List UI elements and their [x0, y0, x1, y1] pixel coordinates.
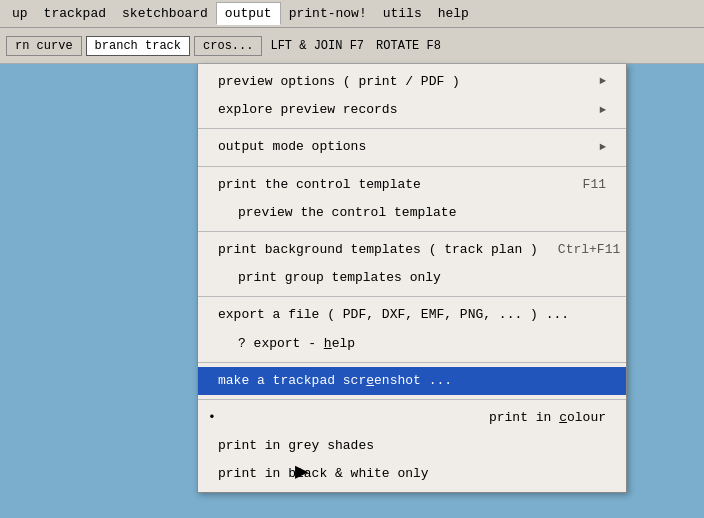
toolbar: rn curve branch track cros... LFT & JOIN…	[0, 28, 704, 64]
menu-print-black[interactable]: print in black & white only	[198, 460, 626, 488]
rotate-shortcut[interactable]: ROTATE F8	[376, 39, 441, 53]
menu-up[interactable]: up	[4, 3, 36, 24]
menubar: up trackpad sketchboard output print-now…	[0, 0, 704, 28]
shortcut-print-control: F11	[583, 176, 606, 194]
separator-1	[198, 128, 626, 129]
menu-output-mode[interactable]: output mode options ►	[198, 133, 626, 161]
menu-sketchboard[interactable]: sketchboard	[114, 3, 216, 24]
separator-3	[198, 231, 626, 232]
separator-4	[198, 296, 626, 297]
menu-preview-options[interactable]: preview options ( print / PDF ) ►	[198, 68, 626, 96]
submenu-arrow-preview: ►	[599, 74, 606, 89]
submenu-arrow-output-mode: ►	[599, 140, 606, 155]
menu-print-grey[interactable]: print in grey shades	[198, 432, 626, 460]
menu-print-now[interactable]: print-now!	[281, 3, 375, 24]
submenu-arrow-explore: ►	[599, 103, 606, 118]
menu-export-file[interactable]: export a file ( PDF, DXF, EMF, PNG, ... …	[198, 301, 626, 329]
separator-6	[198, 399, 626, 400]
separator-5	[198, 362, 626, 363]
menu-preview-control[interactable]: preview the control template	[198, 199, 626, 227]
menu-print-group[interactable]: print group templates only	[198, 264, 626, 292]
lift-join-shortcut[interactable]: LFT & JOIN F7	[270, 39, 364, 53]
menu-print-control[interactable]: print the control template F11	[198, 171, 626, 199]
menu-trackpad[interactable]: trackpad	[36, 3, 114, 24]
separator-2	[198, 166, 626, 167]
menu-explore-preview[interactable]: explore preview records ►	[198, 96, 626, 124]
menu-output[interactable]: output	[216, 2, 281, 25]
menu-utils[interactable]: utils	[375, 3, 430, 24]
shortcut-print-background: Ctrl+F11	[558, 241, 620, 259]
menu-make-screenshot[interactable]: make a trackpad screenshot ...	[198, 367, 626, 395]
branch-track-button[interactable]: branch track	[86, 36, 190, 56]
output-dropdown-menu: preview options ( print / PDF ) ► explor…	[197, 64, 627, 493]
menu-print-colour[interactable]: print in colour	[198, 404, 626, 432]
menu-print-background[interactable]: print background templates ( track plan …	[198, 236, 626, 264]
menu-export-help[interactable]: ? export - help	[198, 330, 626, 358]
menu-help[interactable]: help	[430, 3, 477, 24]
rn-curve-button[interactable]: rn curve	[6, 36, 82, 56]
cross-button[interactable]: cros...	[194, 36, 262, 56]
main-area: preview options ( print / PDF ) ► explor…	[0, 64, 704, 518]
